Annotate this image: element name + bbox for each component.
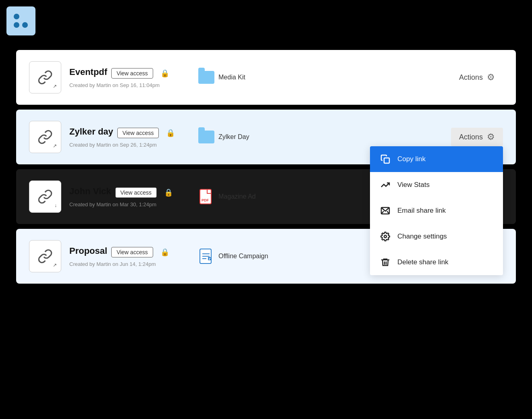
card-zylkerday: ↗ Zylker day View access 🔒 Created by Ma… xyxy=(16,110,516,164)
change-settings-icon xyxy=(380,231,391,242)
email-share-icon xyxy=(380,205,391,216)
card-folder-zylkerday: Zylker Day xyxy=(182,131,451,143)
pdf-icon-johnvick: PDF xyxy=(198,189,214,205)
card-eventpdf: ↗ Eventpdf View access 🔒 Created by Mart… xyxy=(16,50,516,105)
actions-label-eventpdf: Actions xyxy=(459,73,483,82)
doc-icon-proposal xyxy=(198,248,214,264)
link-icon-box-zylkerday: ↗ xyxy=(29,121,61,153)
card-title-johnvick: John Vick xyxy=(69,186,111,197)
link-icon-zylkerday xyxy=(37,129,53,145)
folder-icon-eventpdf xyxy=(198,71,214,84)
lock-icon-zylkerday: 🔒 xyxy=(166,129,175,137)
card-info-eventpdf: Eventpdf View access 🔒 Created by Martin… xyxy=(69,67,182,88)
view-access-btn-johnvick[interactable]: View access xyxy=(115,187,157,198)
delete-link-icon xyxy=(380,257,391,268)
email-share-label: Email share link xyxy=(397,207,446,215)
view-stats-label: View Stats xyxy=(397,181,430,189)
lock-icon-eventpdf: 🔒 xyxy=(160,69,169,78)
arrow-indicator-zylkerday: ↗ xyxy=(53,143,57,149)
lock-icon-proposal: 🔒 xyxy=(160,248,169,257)
card-info-johnvick: John Vick View access 🔒 Created by Marti… xyxy=(69,186,182,207)
folder-name-johnvick: Magazine Ad xyxy=(218,193,256,200)
actions-label-zylkerday: Actions xyxy=(459,133,483,141)
svg-point-4 xyxy=(384,235,387,238)
app-icon-dots xyxy=(14,14,28,28)
card-folder-eventpdf: Media Kit xyxy=(182,71,451,84)
arrow-indicator-johnvick: ↓ xyxy=(54,203,57,208)
dropdown-item-delete-link[interactable]: Delete share link xyxy=(370,249,503,275)
copy-link-icon xyxy=(380,153,391,165)
dropdown-item-email-share[interactable]: Email share link xyxy=(370,198,503,224)
card-title-zylkerday: Zylker day xyxy=(69,127,113,137)
svg-rect-0 xyxy=(384,158,389,163)
gear-icon-zylkerday: ⚙ xyxy=(487,132,495,142)
gear-icon-eventpdf: ⚙ xyxy=(487,72,495,83)
dot-4 xyxy=(22,22,28,28)
dot-1 xyxy=(14,14,19,19)
link-icon-box-proposal: ↗ xyxy=(29,240,61,272)
link-icon-johnvick xyxy=(37,189,53,204)
copy-link-label: Copy link xyxy=(397,155,426,163)
view-stats-icon xyxy=(380,179,391,191)
card-title-proposal: Proposal xyxy=(69,246,107,256)
arrow-indicator-proposal: ↗ xyxy=(53,262,57,268)
actions-btn-zylkerday[interactable]: Actions ⚙ xyxy=(451,128,503,146)
dot-3 xyxy=(14,22,19,28)
folder-name-eventpdf: Media Kit xyxy=(218,74,245,81)
lock-icon-johnvick: 🔒 xyxy=(164,188,173,197)
delete-link-label: Delete share link xyxy=(397,258,449,266)
card-info-proposal: Proposal View access 🔒 Created by Martin… xyxy=(69,246,182,267)
dropdown-menu-zylkerday: Copy link View Stats xyxy=(370,146,503,275)
folder-icon-zylkerday xyxy=(198,131,214,143)
actions-btn-eventpdf[interactable]: Actions ⚙ xyxy=(451,68,503,87)
card-meta-proposal: Created by Martin on Jun 14, 1:24pm xyxy=(69,261,182,267)
folder-name-zylkerday: Zylker Day xyxy=(218,133,249,141)
card-meta-johnvick: Created by Martin on Mar 30, 1:24pm xyxy=(69,201,182,207)
dot-2 xyxy=(22,14,28,19)
card-title-eventpdf: Eventpdf xyxy=(69,67,107,77)
card-meta-zylkerday: Created by Martin on Sep 26, 1:24pm xyxy=(69,142,182,148)
link-icon-box-eventpdf: ↗ xyxy=(29,61,61,93)
link-icon-proposal xyxy=(37,249,53,264)
view-access-btn-zylkerday[interactable]: View access xyxy=(117,128,159,138)
card-info-zylkerday: Zylker day View access 🔒 Created by Mart… xyxy=(69,127,182,148)
arrow-indicator-eventpdf: ↗ xyxy=(53,83,57,89)
link-icon-box-johnvick: ↓ xyxy=(29,180,61,213)
top-bar xyxy=(0,0,532,42)
actions-area-eventpdf: Actions ⚙ xyxy=(451,68,503,87)
change-settings-label: Change settings xyxy=(397,232,447,241)
link-icon-eventpdf xyxy=(37,70,53,85)
folder-name-proposal: Offline Campaign xyxy=(218,253,268,260)
svg-text:PDF: PDF xyxy=(202,198,209,202)
view-access-btn-eventpdf[interactable]: View access xyxy=(111,68,153,79)
dropdown-item-change-settings[interactable]: Change settings xyxy=(370,224,503,249)
actions-area-zylkerday: Actions ⚙ Copy link xyxy=(451,128,503,146)
view-access-btn-proposal[interactable]: View access xyxy=(111,247,153,257)
dropdown-item-view-stats[interactable]: View Stats xyxy=(370,172,503,198)
dropdown-item-copy-link[interactable]: Copy link xyxy=(370,146,503,172)
card-meta-eventpdf: Created by Martin on Sep 16, 11:04pm xyxy=(69,82,182,88)
app-icon xyxy=(6,6,35,35)
main-content: ↗ Eventpdf View access 🔒 Created by Mart… xyxy=(0,42,532,292)
